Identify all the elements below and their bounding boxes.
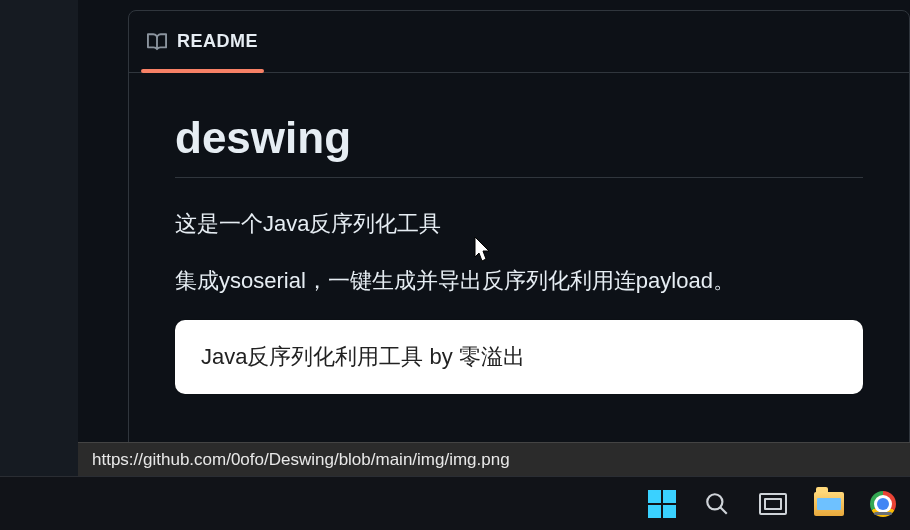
readme-tab[interactable]: README bbox=[147, 11, 258, 72]
taskbar-center bbox=[648, 477, 910, 530]
readme-tab-label: README bbox=[177, 31, 258, 52]
svg-line-1 bbox=[720, 507, 727, 514]
book-icon bbox=[147, 32, 167, 52]
chrome-button[interactable] bbox=[870, 491, 896, 517]
readme-card: README deswing 这是一个Java反序列化工具 集成ysoseria… bbox=[128, 10, 910, 460]
windows-taskbar bbox=[0, 476, 910, 530]
readme-image-caption: Java反序列化利用工具 by 零溢出 bbox=[201, 344, 525, 369]
start-button[interactable] bbox=[648, 490, 676, 518]
search-button[interactable] bbox=[702, 489, 732, 519]
readme-paragraph-1: 这是一个Java反序列化工具 bbox=[175, 206, 863, 241]
active-indicator bbox=[874, 512, 892, 515]
task-view-icon bbox=[759, 493, 787, 515]
readme-body: deswing 这是一个Java反序列化工具 集成ysoserial，一键生成并… bbox=[129, 73, 909, 394]
left-gutter bbox=[0, 0, 78, 480]
file-explorer-button[interactable] bbox=[814, 492, 844, 516]
task-view-button[interactable] bbox=[758, 489, 788, 519]
status-url: https://github.com/0ofo/Deswing/blob/mai… bbox=[92, 450, 510, 470]
readme-title: deswing bbox=[175, 113, 863, 178]
folder-icon bbox=[814, 492, 844, 516]
browser-status-bar: https://github.com/0ofo/Deswing/blob/mai… bbox=[78, 442, 910, 476]
search-icon bbox=[704, 491, 730, 517]
svg-point-0 bbox=[707, 494, 722, 509]
tab-underline bbox=[141, 69, 264, 73]
page-shell: README deswing 这是一个Java反序列化工具 集成ysoseria… bbox=[0, 0, 910, 530]
readme-tabbar: README bbox=[129, 11, 909, 73]
readme-paragraph-2: 集成ysoserial，一键生成并导出反序列化利用连payload。 bbox=[175, 263, 863, 298]
windows-logo-icon bbox=[648, 490, 676, 518]
readme-image-link[interactable]: Java反序列化利用工具 by 零溢出 bbox=[175, 320, 863, 394]
